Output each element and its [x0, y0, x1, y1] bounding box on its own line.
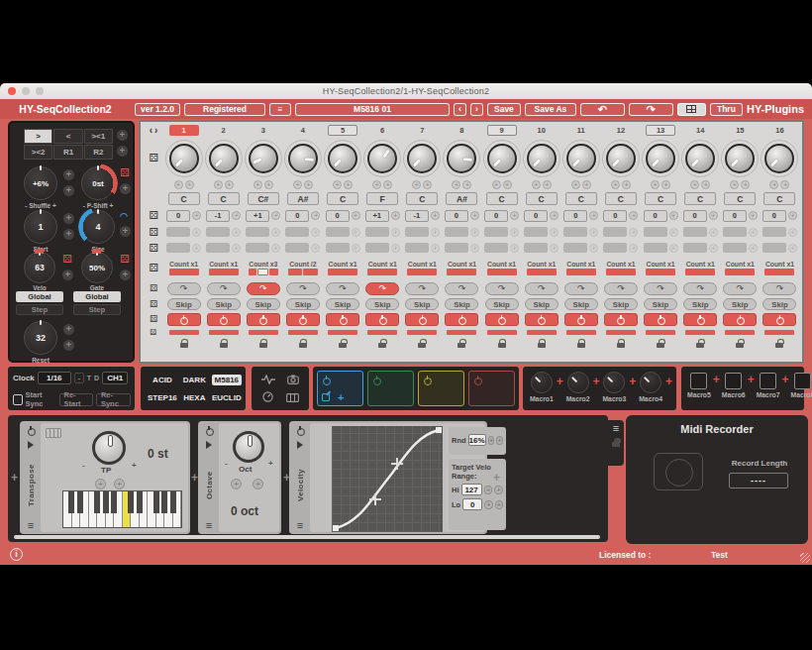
step-number[interactable]: 5 — [328, 125, 357, 136]
octave-step-plus-button[interactable] — [629, 211, 638, 220]
probability-bar[interactable] — [685, 330, 715, 335]
repeat-button[interactable]: ↷ — [644, 282, 677, 295]
velo-global-mode-button[interactable]: Global — [16, 291, 63, 302]
step-power-button[interactable] — [365, 313, 399, 326]
note-value[interactable]: C# — [248, 192, 279, 205]
octave-step-value[interactable]: 0 — [603, 210, 627, 222]
velocity-step-plus-button[interactable] — [192, 228, 201, 237]
octave-step-plus-button[interactable] — [192, 211, 201, 220]
step-power-button[interactable] — [405, 313, 439, 326]
velocity-step-plus-button[interactable] — [788, 228, 797, 237]
macro1-assign-button[interactable]: + — [557, 372, 563, 391]
pitch-plus-button[interactable] — [304, 180, 313, 189]
step-number[interactable]: 2 — [209, 125, 239, 136]
gate-step-plus-button[interactable] — [749, 244, 758, 253]
octave-step-plus-button[interactable] — [431, 211, 440, 220]
seq-slot-2-power-icon[interactable] — [372, 376, 381, 384]
probability-bar[interactable] — [209, 330, 239, 335]
pitch-minus-button[interactable] — [532, 180, 541, 189]
octave-step-value[interactable]: 0 — [166, 210, 190, 222]
seq-slot-1-power-icon[interactable] — [322, 376, 331, 384]
velocity-step-plus-button[interactable] — [629, 228, 638, 237]
gate-plus-button[interactable] — [120, 270, 131, 280]
pitch-knob[interactable] — [482, 137, 521, 179]
start-plus-button[interactable] — [63, 229, 74, 240]
pitch-knob[interactable] — [164, 137, 203, 179]
midi-channel-select[interactable]: CH1 — [102, 372, 128, 384]
octave-step-value[interactable]: 0 — [683, 210, 707, 222]
gate-step-mode-button[interactable]: Step — [73, 304, 121, 315]
velo-random-dice-icon[interactable]: ⚄ — [62, 254, 73, 265]
pitch-knob[interactable] — [761, 137, 799, 179]
repeat-button[interactable]: ↷ — [405, 282, 439, 295]
probability-bar[interactable] — [407, 330, 437, 335]
velocity-play-icon[interactable] — [297, 441, 303, 449]
repeat-button[interactable]: ↷ — [207, 282, 241, 295]
redo-button[interactable]: ↷ — [629, 103, 673, 116]
pitch-knob[interactable] — [443, 137, 481, 179]
macro4-knob[interactable] — [640, 372, 661, 393]
velo-knob[interactable]: 63 — [24, 252, 55, 283]
repeat-button[interactable]: ↷ — [762, 282, 796, 295]
page-prev-button[interactable]: ‹ — [150, 126, 152, 136]
pitch-knob[interactable] — [244, 137, 282, 179]
count-control[interactable]: Count x1 — [721, 258, 760, 278]
probability-bar[interactable] — [328, 330, 357, 335]
velocity-step-plus-button[interactable] — [391, 228, 400, 237]
seq-slot-3[interactable] — [418, 371, 464, 406]
velocity-power-icon[interactable] — [296, 426, 305, 435]
note-value[interactable]: C — [565, 192, 597, 205]
step-number[interactable]: 6 — [367, 125, 397, 136]
rnd-minus-button[interactable] — [488, 436, 495, 445]
pitch-knob[interactable] — [363, 137, 402, 179]
macro8-button[interactable] — [794, 373, 811, 389]
octave-step-plus-button[interactable] — [749, 211, 758, 220]
shuffle-plus-button[interactable] — [63, 185, 74, 196]
velocity-step-bar[interactable] — [762, 227, 786, 237]
pitch-plus-button[interactable] — [264, 180, 273, 189]
randomize-pitch-dice-icon[interactable]: ⚄ — [149, 153, 158, 163]
size-curve-icon[interactable]: ◠ — [120, 211, 131, 221]
octave-step-plus-button[interactable] — [232, 211, 241, 220]
seq-slot-4[interactable] — [468, 371, 515, 406]
lo-value-field[interactable]: 0 — [462, 498, 482, 510]
clock-rate-select[interactable]: 1/16 — [38, 372, 71, 384]
pitch-knob[interactable] — [601, 137, 640, 179]
pitch-knob[interactable] — [561, 137, 600, 179]
seq-slot-3-power-icon[interactable] — [423, 376, 432, 384]
skip-button[interactable]: Skip — [167, 298, 201, 310]
velocity-step-bar[interactable] — [723, 227, 747, 237]
pitch-plus-button[interactable] — [543, 180, 552, 189]
gate-step-bar[interactable] — [524, 243, 548, 253]
start-sync-checkbox[interactable] — [13, 394, 23, 405]
gate-step-plus-button[interactable] — [470, 244, 479, 253]
direction-button-1[interactable]: < — [53, 129, 82, 144]
step-lock-icon[interactable] — [498, 343, 506, 348]
skip-button[interactable]: Skip — [525, 298, 558, 310]
step-power-button[interactable] — [167, 313, 201, 326]
keyboard-black-key[interactable] — [128, 491, 134, 513]
octave-step-value[interactable]: -1 — [206, 210, 230, 222]
macro2-knob[interactable] — [567, 372, 589, 393]
macro5-assign-button[interactable]: + — [713, 373, 720, 386]
repeat-button[interactable]: ↷ — [683, 282, 717, 295]
pitch-minus-button[interactable] — [174, 180, 183, 189]
pitch-minus-button[interactable] — [611, 180, 620, 189]
step-number[interactable]: 3 — [249, 125, 278, 136]
velocity-step-plus-button[interactable] — [232, 228, 241, 237]
step-lock-icon[interactable] — [736, 343, 744, 348]
skip-button[interactable]: Skip — [564, 298, 598, 310]
step-number[interactable]: 16 — [764, 125, 794, 136]
hi-value-field[interactable]: 127 — [461, 484, 482, 495]
step-power-button[interactable] — [762, 313, 796, 326]
reset-minus-button[interactable] — [63, 324, 74, 335]
pitch-minus-button[interactable] — [293, 180, 302, 189]
pitch-plus-button[interactable] — [780, 180, 789, 189]
start-knob[interactable]: 1 — [24, 210, 57, 244]
probability-bar[interactable] — [527, 330, 557, 335]
step-lock-icon[interactable] — [617, 343, 625, 348]
gate-step-bar[interactable] — [365, 243, 389, 253]
pitch-minus-button[interactable] — [690, 180, 699, 189]
seq-slot-1-external-link-icon[interactable] — [322, 393, 330, 401]
transpose-knob[interactable] — [92, 431, 126, 465]
